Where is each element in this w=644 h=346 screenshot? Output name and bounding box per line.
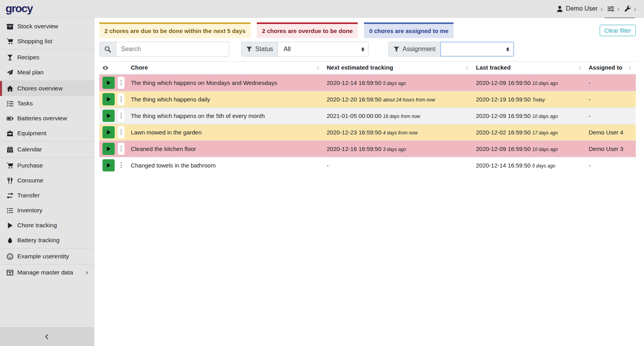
next-tracking-date: 2020-12-20 16:59:50: [327, 96, 381, 103]
sidebar-item-purchase[interactable]: Purchase: [0, 158, 94, 173]
battery-icon: [6, 115, 14, 122]
row-ellipsis-menu-button[interactable]: [118, 126, 124, 138]
track-execution-play-button[interactable]: [102, 77, 115, 89]
col-header-last-tracked[interactable]: Last tracked: [473, 62, 585, 75]
col-header-assigned-to[interactable]: Assigned to: [585, 62, 636, 75]
top-navbar: grocy Demo User › › ›: [0, 0, 644, 18]
sidebar-item-battery-tracking[interactable]: Battery tracking: [0, 233, 94, 248]
table-row: Changed towels in the bathroom - 2020-12…: [99, 157, 636, 173]
chevron-right-icon: ›: [600, 5, 603, 13]
sidebar-item-example-userentity[interactable]: Example userentity: [0, 249, 94, 264]
track-execution-play-button[interactable]: [102, 93, 115, 105]
assigned-to-value: -: [589, 79, 591, 86]
status-select[interactable]: All: [278, 42, 369, 57]
track-execution-play-button[interactable]: [102, 126, 115, 138]
track-execution-play-button[interactable]: [102, 143, 115, 155]
sidebar-divider: [0, 157, 94, 158]
next-tracking-date: 2020-12-16 16:59:50: [327, 145, 381, 152]
filter-icon: [246, 46, 252, 52]
martini-glass-icon: [6, 54, 14, 61]
sort-icon: [577, 65, 582, 72]
sidebar-item-batteries-overview[interactable]: Batteries overview: [0, 111, 94, 126]
row-ellipsis-menu-button[interactable]: [118, 77, 124, 89]
sliders-icon: [607, 6, 614, 12]
last-tracked-date: 2020-12-09 16:59:50: [476, 145, 531, 152]
table-grid-icon: [6, 269, 14, 276]
table-row: The thing which happens on the 5th of ev…: [99, 107, 636, 124]
last-tracked-date: 2020-12-19 16:59:50: [476, 96, 531, 103]
row-ellipsis-menu-button[interactable]: [118, 110, 124, 122]
next-tracking-date: 2021-01-05 00:00:00: [327, 112, 381, 119]
main-content: Chores overview Journal 2 chores are due…: [94, 0, 644, 346]
sort-icon: [465, 65, 470, 72]
next-tracking-timeago: 16 days from now: [383, 114, 420, 119]
danger-banner[interactable]: 2 chores are overdue to be done: [257, 22, 358, 38]
sidebar-divider: [0, 264, 94, 265]
chore-name: Lawn mowed in the garden: [131, 129, 201, 136]
exchange-icon: [6, 192, 14, 199]
sidebar-item-manage-master-data[interactable]: Manage master data ›: [0, 265, 94, 280]
chore-name: Changed towels in the bathroom: [131, 162, 216, 169]
row-ellipsis-menu-button[interactable]: [118, 143, 124, 155]
warning-banner[interactable]: 2 chores are due to be done within the n…: [99, 22, 251, 38]
assigned-to-value: -: [589, 96, 591, 103]
tasks-icon: [6, 100, 14, 107]
last-tracked-date: 2020-12-02 16:59:50: [476, 129, 531, 136]
assignment-filter-label: Assignment: [388, 42, 441, 57]
clear-filter-button[interactable]: Clear filter: [600, 25, 636, 36]
admin-menu[interactable]: ›: [624, 5, 636, 13]
sidebar-item-chores-overview[interactable]: Chores overview: [0, 81, 94, 96]
shopping-cart-icon: [6, 162, 14, 169]
calendar-icon: [6, 146, 14, 153]
sidebar-item-equipment[interactable]: Equipment: [0, 126, 94, 141]
search-addon: [99, 42, 116, 57]
filter-row: Status All Assignment: [99, 42, 636, 57]
sidebar-item-recipes[interactable]: Recipes: [0, 50, 94, 65]
next-tracking-timeago: 4 days from now: [383, 130, 417, 136]
sidebar-item-inventory[interactable]: Inventory: [0, 203, 94, 218]
sidebar-item-transfer[interactable]: Transfer: [0, 188, 94, 203]
play-icon: [106, 146, 111, 151]
last-tracked-date: 2020-12-14 16:59:50: [476, 162, 531, 169]
assigned-to-value: -: [589, 112, 591, 119]
sidebar-item-consume[interactable]: Consume: [0, 173, 94, 188]
grocy-logo[interactable]: grocy: [5, 3, 33, 14]
col-header-next-tracking[interactable]: Next estimated tracking: [324, 62, 473, 75]
row-ellipsis-menu-button[interactable]: [118, 93, 124, 105]
sidebar-item-tasks[interactable]: Tasks: [0, 96, 94, 111]
play-icon: [106, 130, 111, 135]
user-menu[interactable]: Demo User ›: [556, 5, 603, 13]
settings-menu[interactable]: ›: [607, 5, 619, 13]
search-input[interactable]: [116, 42, 229, 57]
next-tracking-timeago: about 24 hours from now: [383, 97, 435, 103]
chore-name: The thing which happens on Mondays and W…: [131, 79, 277, 86]
chores-table: Chore Next estimated tracking Last track…: [99, 61, 636, 173]
sidebar-item-meal-plan[interactable]: Meal plan: [0, 65, 94, 80]
sidebar-item-chore-tracking[interactable]: Chore tracking: [0, 218, 94, 233]
sidebar-item-shopping-list[interactable]: Shopping list: [0, 34, 94, 49]
next-tracking-date: 2020-12-23 16:59:50: [327, 129, 381, 136]
info-banner[interactable]: 0 chores are assigned to me: [364, 22, 454, 38]
sidebar-collapse-button[interactable]: [0, 327, 94, 346]
column-visibility-eye-icon[interactable]: [102, 65, 124, 71]
play-icon: [106, 163, 111, 168]
select-arrows-icon: [506, 47, 509, 52]
next-tracking-timeago: 3 days ago: [383, 147, 406, 152]
play-icon: [106, 113, 111, 118]
col-header-chore[interactable]: Chore: [128, 62, 324, 75]
track-execution-play-button[interactable]: [102, 110, 115, 122]
chevron-right-icon: ›: [617, 5, 619, 13]
last-tracked-timeago: 10 days ago: [532, 81, 558, 86]
sidebar-divider: [0, 248, 94, 248]
track-execution-play-button[interactable]: [102, 159, 115, 171]
table-row: Lawn mowed in the garden 2020-12-23 16:5…: [99, 124, 636, 140]
paper-plane-icon: [6, 69, 14, 76]
sort-icon: [315, 65, 320, 72]
chore-name: Cleaned the kitchen floor: [131, 145, 196, 152]
assignment-select[interactable]: [440, 42, 514, 57]
sidebar-item-stock-overview[interactable]: Stock overview: [0, 19, 94, 34]
toolbox-icon: [6, 130, 14, 137]
row-ellipsis-menu-button[interactable]: [118, 159, 124, 171]
sidebar-item-calendar[interactable]: Calendar: [0, 142, 94, 157]
home-icon: [6, 85, 14, 92]
